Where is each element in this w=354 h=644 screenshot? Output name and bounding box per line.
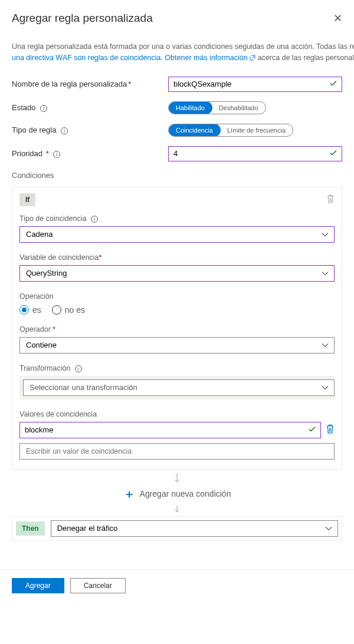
operation-is-radio[interactable]: es xyxy=(19,305,41,315)
status-toggle[interactable]: Habilitado Deshabilitado xyxy=(168,101,266,114)
condition-block: If Tipo de coincidencia i Variable de co… xyxy=(12,187,342,470)
if-tag: If xyxy=(19,193,35,206)
info-icon[interactable]: i xyxy=(53,151,60,158)
delete-value-icon[interactable] xyxy=(326,424,335,435)
info-icon[interactable]: i xyxy=(75,365,82,372)
status-label: Estado i xyxy=(12,103,168,112)
delete-condition-icon[interactable] xyxy=(326,194,335,205)
add-condition-button[interactable]: ＋ Agregar nueva condición xyxy=(12,486,342,502)
external-link-icon xyxy=(250,55,255,61)
operator-label: Operador * xyxy=(19,325,335,333)
rule-name-label: Nombre de la regla personalizada* xyxy=(12,80,168,88)
status-enabled[interactable]: Habilitado xyxy=(168,101,212,114)
learn-more-link[interactable]: una directiva WAF son reglas de coincide… xyxy=(12,54,258,62)
ruletype-match[interactable]: Coincidencia xyxy=(168,124,221,137)
transform-select[interactable] xyxy=(23,379,335,396)
check-icon xyxy=(329,79,337,89)
match-var-select[interactable] xyxy=(19,265,335,282)
match-var-label: Variable de coincidencia* xyxy=(19,253,335,262)
add-button[interactable]: Agregar xyxy=(12,578,64,593)
match-type-label: Tipo de coincidencia i xyxy=(19,214,335,223)
ruletype-toggle[interactable]: Coincidencia Límite de frecuencia xyxy=(168,124,293,137)
connector-line xyxy=(12,506,342,514)
page-title: Agregar regla personalizada xyxy=(12,12,153,25)
ruletype-label: Tipo de regla i xyxy=(12,126,168,134)
cancel-button[interactable]: Cancelar xyxy=(70,578,126,593)
match-type-select[interactable] xyxy=(19,226,335,243)
info-icon[interactable]: i xyxy=(61,127,68,134)
connector-line xyxy=(12,473,342,484)
intro-text: Una regla personalizada está formada por… xyxy=(12,41,354,64)
then-tag: Then xyxy=(16,521,45,536)
info-icon[interactable]: i xyxy=(91,216,98,223)
ruletype-rate[interactable]: Límite de frecuencia xyxy=(220,124,293,136)
status-disabled[interactable]: Deshabilitado xyxy=(212,102,266,114)
check-icon xyxy=(308,425,316,435)
operation-isnot-radio[interactable]: no es xyxy=(52,305,85,315)
match-values-label: Valores de coincidencia xyxy=(19,410,335,418)
plus-icon: ＋ xyxy=(123,486,135,502)
radio-checked-icon xyxy=(19,305,29,315)
close-icon[interactable]: ✕ xyxy=(333,12,342,25)
check-icon xyxy=(329,148,337,158)
radio-unchecked-icon xyxy=(52,305,61,315)
info-icon[interactable]: i xyxy=(40,105,47,112)
match-value-input[interactable] xyxy=(19,422,321,438)
operation-label: Operación xyxy=(19,292,335,300)
priority-label: Prioridad * i xyxy=(12,149,168,158)
action-select[interactable] xyxy=(51,520,338,537)
match-value-new-input[interactable] xyxy=(19,443,335,460)
operator-select[interactable] xyxy=(19,337,335,354)
transform-label: Transformación i xyxy=(19,364,335,372)
conditions-title: Condiciones xyxy=(12,171,354,180)
priority-input[interactable] xyxy=(168,146,342,161)
rule-name-input[interactable] xyxy=(168,77,342,92)
